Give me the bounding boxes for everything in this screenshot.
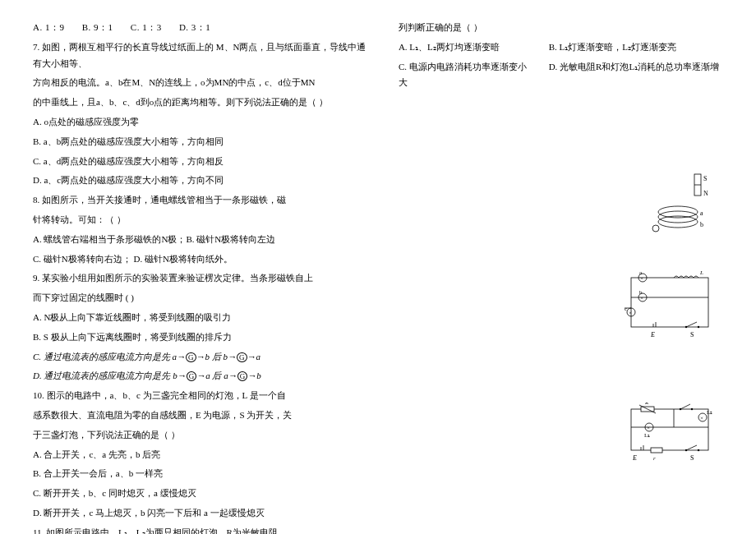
svg-text:×: × (629, 310, 632, 316)
svg-line-50 (686, 445, 697, 450)
q10-opt-c: C. 断开开关，b、c 同时熄灭，a 缓慢熄灭 (33, 486, 374, 502)
q7-opt-b: B. a、b两点处的磁感应强度大小相等，方向相同 (33, 134, 374, 150)
svg-point-37 (680, 408, 681, 410)
r-opt-b: B. L₁灯逐渐变暗，L₂灯逐渐变亮 (549, 42, 676, 52)
svg-text:L₂: L₂ (707, 409, 712, 416)
q10-line1: 10. 图示的电路中，a、b、c 为三盏完全相同的灯泡，L 是一个自 (33, 388, 374, 404)
svg-point-27 (685, 326, 687, 328)
q10-line3: 于三盏灯泡，下列说法正确的是（ ） (33, 427, 374, 444)
q6-opt-c: C. 1：3 (131, 22, 162, 32)
q9-line2: 而下穿过固定的线圈时 ( ) (33, 290, 374, 306)
svg-text:r: r (653, 455, 656, 462)
svg-point-28 (698, 326, 699, 328)
svg-text:R: R (644, 403, 649, 406)
circled-g-icon: G (237, 371, 248, 381)
q7-opt-c: C. a、d两点处的磁感应强度大小相等，方向相反 (33, 154, 374, 170)
svg-text:b: b (700, 221, 703, 228)
svg-text:c: c (625, 306, 627, 312)
r-options-row1: A. L₁、L₂两灯均逐渐变暗 B. L₁灯逐渐变暗，L₂灯逐渐变亮 (399, 39, 723, 56)
q11-line1: 11. 如图所示电路中，L₁、L₂为两只相同的灯泡，R为光敏电阻 (33, 525, 374, 534)
q10-opt-a: A. 合上开关，c、a 先亮，b 后亮 (33, 447, 374, 463)
svg-text:a: a (700, 209, 703, 217)
svg-text:L₁: L₁ (644, 432, 650, 439)
svg-text:S: S (690, 331, 694, 338)
magnet-coil-figure: S N a b (649, 173, 715, 238)
q10-opt-b: B. 合上开关一会后，a、b 一样亮 (33, 466, 374, 482)
q7-opt-a: A. o点处的磁感应强度为零 (33, 114, 374, 131)
q9c-mid: →b 后 b→ (196, 352, 237, 361)
right-column: 列判断正确的是（ ） A. L₁、L₂两灯均逐渐变暗 B. L₁灯逐渐变暗，L₂… (399, 16, 723, 518)
svg-text:b: b (639, 289, 643, 296)
q9c-end: →a (247, 352, 261, 361)
q9-opt-b: B. S 极从上向下远离线圈时，将受到线圈的排斥力 (33, 329, 374, 346)
q6-options: A. 1：9 B. 9：1 C. 1：3 D. 3：1 (33, 20, 374, 36)
q6-opt-a: A. 1：9 (33, 22, 64, 32)
r-opt-c: C. 电源内电路消耗功率逐渐变小 (399, 59, 546, 76)
svg-point-9 (652, 225, 659, 232)
q6-opt-b: B. 9：1 (82, 22, 113, 32)
svg-line-26 (686, 322, 697, 327)
q9-line1: 9. 某实验小组用如图所示的实验装置来验证楞次定律。当条形磁铁自上 (33, 270, 374, 287)
svg-rect-10 (631, 278, 708, 327)
q9d-end: →b (247, 371, 261, 380)
svg-text:L: L (699, 271, 703, 276)
svg-text:×: × (647, 425, 650, 431)
q7-opt-d: D. a、c两点处的磁感应强度大小相等，方向不同 (33, 173, 374, 189)
circled-g-icon: G (186, 352, 196, 362)
svg-rect-48 (651, 448, 662, 453)
svg-point-51 (685, 449, 687, 451)
q10-opt-d: D. 断开开关，c 马上熄灭，b 闪亮一下后和 a 一起缓慢熄灭 (33, 505, 374, 522)
q9-opt-a: A. N极从上向下靠近线圈时，将受到线圈的吸引力 (33, 310, 374, 326)
q10-line2: 感系数很大、直流电阻为零的自感线圈，E 为电源，S 为开关，关 (33, 407, 374, 424)
r-opt-a: A. L₁、L₂两灯均逐渐变暗 (399, 39, 546, 56)
svg-point-52 (698, 449, 699, 451)
q7-line3: 的中垂线上，且a、b、c、d到o点的距离均相等。则下列说法正确的是（ ） (33, 94, 374, 111)
r-options-row2: C. 电源内电路消耗功率逐渐变小 D. 光敏电阻R和灯泡L₁消耗的总功率逐渐增大 (399, 59, 723, 92)
q8-opt-ab: A. 螺线管右端相当于条形磁铁的N极；B. 磁针N极将转向左边 (33, 232, 374, 248)
q8-line1: 8. 如图所示，当开关接通时，通电螺线管相当于一条形磁铁，磁 (33, 192, 374, 209)
svg-text:×: × (640, 275, 643, 282)
svg-text:E: E (650, 331, 655, 338)
q7-line1: 7. 如图，两根互相平行的长直导线过纸面上的 M、N两点，且与纸面垂直，导线中通… (33, 39, 374, 72)
q9d-mid: →a 后 a→ (196, 371, 237, 380)
left-column: A. 1：9 B. 9：1 C. 1：3 D. 3：1 7. 如图，两根互相平行… (33, 16, 374, 518)
q6-opt-d: D. 3：1 (179, 22, 210, 32)
svg-line-36 (680, 404, 690, 409)
q9c-pre: C. 通过电流表的感应电流方向是先 a→ (33, 352, 186, 361)
svg-text:S: S (690, 454, 694, 462)
svg-point-38 (691, 408, 693, 410)
svg-rect-30 (631, 409, 708, 450)
circled-g-icon: G (237, 352, 247, 362)
q9-opt-c: C. 通过电流表的感应电流方向是先 a→G→b 后 b→G→a (33, 349, 374, 366)
svg-text:×: × (700, 415, 703, 421)
circled-g-icon: G (187, 371, 197, 381)
r-line1: 列判断正确的是（ ） (399, 20, 723, 36)
q7-line2: 方向相反的电流。a、b在M、N的连线上，o为MN的中点，c、d位于MN (33, 75, 374, 91)
q8-line2: 针将转动。可知：（ ） (33, 212, 374, 228)
circuit-inductor-figure: × a L × b × c E S (625, 271, 715, 345)
svg-text:E: E (632, 454, 637, 462)
svg-point-5 (658, 211, 698, 223)
q9-opt-d: D. 通过电流表的感应电流方向是先 b→G→a 后 a→G→b (33, 368, 374, 384)
svg-text:×: × (640, 295, 643, 302)
svg-text:S: S (703, 175, 707, 182)
svg-text:N: N (703, 190, 708, 197)
circuit-ldr-figure: R × L₂ × L₁ E r S (625, 403, 715, 468)
q9d-pre: D. 通过电流表的感应电流方向是先 b→ (33, 371, 187, 380)
q8-opt-cd: C. 磁针N极将转向右边； D. 磁针N极将转向纸外。 (33, 251, 374, 268)
